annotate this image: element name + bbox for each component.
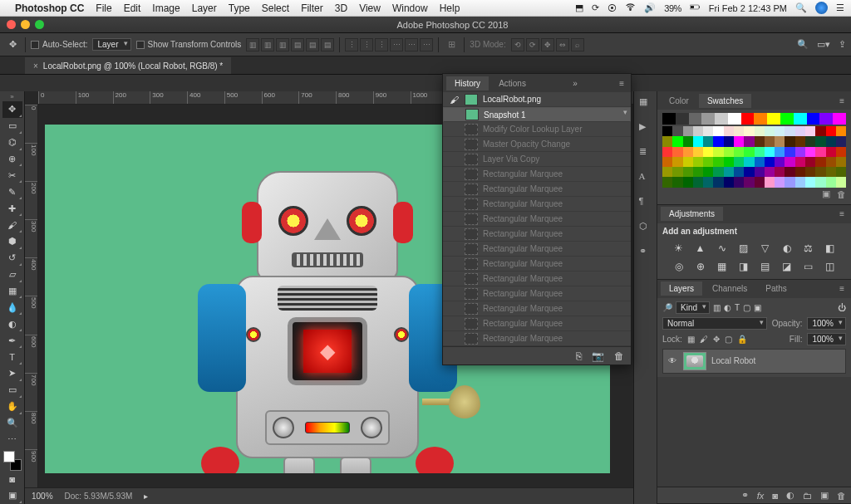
edit-toolbar-button[interactable]: ⋯	[2, 431, 22, 448]
status-menu-icon[interactable]: ▸	[144, 492, 148, 501]
adj-vibrance-icon[interactable]: ▽	[758, 242, 773, 254]
layer-thumbnail[interactable]	[683, 352, 706, 370]
swatch[interactable]	[795, 136, 805, 146]
layer-style-icon[interactable]: fx	[757, 491, 765, 501]
history-state[interactable]: Rectangular Marquee	[443, 227, 631, 242]
adj-threshold-icon[interactable]: ◪	[780, 261, 794, 272]
history-state[interactable]: Rectangular Marquee	[443, 272, 631, 286]
history-snapshot[interactable]: Snapshot 1	[443, 107, 631, 122]
swatch[interactable]	[805, 177, 815, 187]
swatch[interactable]	[826, 157, 836, 167]
swatch[interactable]	[703, 126, 713, 136]
swatch[interactable]	[765, 167, 775, 177]
type-tool[interactable]: T	[2, 349, 22, 365]
distribute-3-button[interactable]: ⋮	[375, 38, 388, 51]
swatch[interactable]	[785, 147, 794, 157]
swatch[interactable]	[744, 136, 754, 146]
swatch[interactable]	[795, 126, 805, 136]
close-tab-icon[interactable]: ×	[33, 61, 38, 71]
swatch[interactable]	[662, 177, 672, 187]
swatch[interactable]	[836, 157, 846, 167]
lock-artboard-icon[interactable]: ▢	[725, 335, 732, 344]
history-state[interactable]: Rectangular Marquee	[443, 286, 631, 301]
swatch[interactable]	[826, 136, 836, 146]
layer-row[interactable]: 👁 Local Robot	[662, 349, 846, 374]
adj-posterize-icon[interactable]: ▤	[758, 261, 773, 272]
tab-swatches[interactable]: Swatches	[699, 94, 751, 108]
swatch[interactable]	[683, 126, 693, 136]
swatch[interactable]	[755, 136, 765, 146]
fill-field[interactable]: 100%	[807, 333, 846, 345]
swatch[interactable]	[826, 177, 836, 187]
swatch[interactable]	[744, 167, 754, 177]
layer-mask-icon[interactable]: ◙	[772, 491, 778, 501]
clock[interactable]: Fri Feb 2 12:43 PM	[709, 3, 787, 13]
swatch[interactable]	[724, 177, 734, 187]
swatch-grid[interactable]	[662, 126, 846, 188]
menu-3d[interactable]: 3D	[335, 2, 347, 14]
history-state[interactable]: Rectangular Marquee	[443, 197, 631, 212]
history-panel-menu-icon[interactable]: ≡	[616, 79, 627, 88]
history-state[interactable]: Layer Via Copy	[443, 152, 631, 167]
app-menu[interactable]: Photoshop CC	[15, 2, 84, 14]
swatch[interactable]	[785, 157, 794, 167]
swatch[interactable]	[744, 126, 754, 136]
layer-name[interactable]: Local Robot	[711, 356, 755, 365]
document-tab[interactable]: × LocalRobot.png @ 100% (Local Robot, RG…	[25, 57, 231, 74]
history-state[interactable]: Rectangular Marquee	[443, 212, 631, 227]
history-state[interactable]: Rectangular Marquee	[443, 316, 631, 331]
lock-all-icon[interactable]: 🔒	[737, 335, 747, 344]
workspace-switcher-icon[interactable]: ▭▾	[817, 39, 830, 50]
zoom-window-button[interactable]	[35, 20, 44, 29]
swatch[interactable]	[734, 157, 744, 167]
blur-tool[interactable]: 💧	[2, 299, 22, 316]
history-state[interactable]: Rectangular Marquee	[443, 182, 631, 197]
swatch[interactable]	[795, 177, 805, 187]
history-state[interactable]: Rectangular Marquee	[443, 242, 631, 257]
gutter-char-icon[interactable]: A	[639, 171, 652, 184]
swatch[interactable]	[785, 126, 794, 136]
3d-roll-button[interactable]: ⟳	[526, 38, 539, 51]
align-vcenter-button[interactable]: ▤	[306, 38, 319, 51]
color-fg-bg[interactable]	[3, 451, 22, 471]
swatch[interactable]	[672, 157, 682, 167]
swatch[interactable]	[815, 147, 825, 157]
adj-hue-icon[interactable]: ◐	[780, 242, 794, 254]
swatch[interactable]	[775, 157, 785, 167]
zoom-level[interactable]: 100%	[32, 492, 53, 501]
filter-smart-icon[interactable]: ▣	[754, 303, 761, 312]
swatch[interactable]	[693, 126, 703, 136]
blend-mode-dropdown[interactable]: Normal	[662, 317, 767, 330]
gutter-brush-icon[interactable]: ≣	[639, 146, 652, 159]
move-tool-icon[interactable]: ✥	[5, 37, 20, 52]
doc-size[interactable]: Doc: 5.93M/5.93M	[65, 492, 133, 501]
lock-position-icon[interactable]: ✥	[713, 335, 720, 344]
history-collapse-icon[interactable]: »	[569, 79, 581, 88]
history-brush-tool[interactable]: ↺	[2, 250, 22, 267]
filter-search-icon[interactable]: 🔎	[662, 303, 672, 312]
menu-file[interactable]: File	[96, 2, 111, 14]
swatch[interactable]	[703, 147, 713, 157]
align-bottom-button[interactable]: ▤	[321, 38, 334, 51]
menu-select[interactable]: Select	[262, 2, 289, 14]
swatch[interactable]	[795, 147, 805, 157]
gutter-color-icon[interactable]: ▦	[639, 96, 652, 110]
menu-layer[interactable]: Layer	[192, 2, 217, 14]
swatch[interactable]	[815, 177, 825, 187]
adj-chmixer-icon[interactable]: ⊕	[693, 261, 708, 272]
swatch[interactable]	[744, 147, 754, 157]
opacity-field[interactable]: 100%	[807, 317, 846, 330]
spotlight-icon[interactable]: 🔍	[795, 2, 807, 13]
swatch[interactable]	[744, 177, 754, 187]
stamp-tool[interactable]: ⬢	[2, 233, 22, 250]
history-brush-target-icon[interactable]: 🖌	[448, 95, 460, 105]
siri-icon[interactable]	[815, 2, 828, 14]
swatch[interactable]	[662, 126, 672, 136]
swatch[interactable]	[815, 167, 825, 177]
swatch[interactable]	[805, 167, 815, 177]
swatch[interactable]	[734, 136, 744, 146]
lock-transparent-icon[interactable]: ▦	[687, 335, 695, 344]
delete-layer-icon[interactable]: 🗑	[837, 491, 846, 501]
adj-exposure-icon[interactable]: ▨	[736, 242, 751, 254]
swatch[interactable]	[785, 136, 794, 146]
